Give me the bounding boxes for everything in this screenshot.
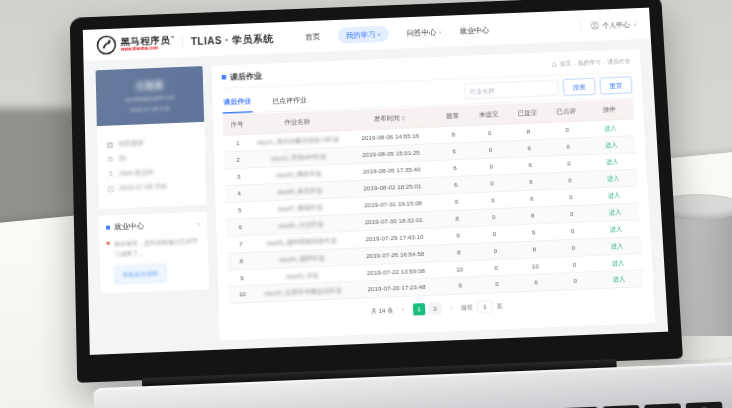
tab-reviewed-homework[interactable]: 已点评作业 [271,89,308,111]
laptop: 黑马程序员™ www.itheima.com TLIAS · 学员系统 首页 我… [70,0,687,408]
enter-link[interactable]: 进入 [611,259,624,267]
cell-not-submitted: 0 [475,241,515,259]
enter-link[interactable]: 进入 [609,208,622,215]
next-page-button[interactable]: › [445,302,458,315]
cell-not-submitted: 0 [471,157,511,175]
crumb-my-learning[interactable]: 我的学习 [578,59,601,67]
cell-action: 进入 [591,203,640,222]
cell-question-count: 8 [436,126,471,144]
cell-not-submitted: 0 [470,124,510,142]
assignment-name: day04_循环作业 [279,254,325,263]
col-reviewed: 已点评 [546,101,586,123]
enter-link[interactable]: 进入 [610,225,623,232]
cell-index: 6 [226,218,255,236]
cell-submitted: 8 [513,206,553,224]
crumb-homework: 课后作业 [607,57,630,65]
enter-link[interactable]: 进入 [608,191,621,198]
assignment-name: day03_分支 [286,271,319,279]
cell-submitted: 8 [509,123,549,141]
brand-url: www.itheima.com [121,45,175,52]
sort-icon[interactable] [401,114,405,123]
cell-reviewed: 0 [555,272,595,291]
cell-submitted: 9 [514,223,554,241]
enter-link[interactable]: 进入 [605,141,618,148]
divider [182,35,183,50]
search-input[interactable] [464,80,559,99]
col-action: 操作 [585,99,634,121]
cell-submitted: 6 [509,139,549,157]
goto-page-input[interactable] [477,301,493,314]
cell-submitted: 6 [511,173,551,191]
nav-item-home[interactable]: 首页 [305,32,320,42]
enter-link[interactable]: 进入 [611,242,624,249]
goto-unit: 页 [496,302,502,311]
assignment-name: day06_方法作业 [278,220,324,229]
cell-reviewed: 0 [553,221,593,239]
info-row-course: Java 就业班 [107,166,197,178]
main-nav: 首页 我的学习∨ 问答中心∨ 就业中心 [305,22,490,45]
info-value: Java 就业班 [119,167,154,177]
search-button[interactable]: 搜索 [563,78,596,96]
view-employment-button[interactable]: 查看就业资料 [115,264,167,284]
enter-link[interactable]: 进入 [607,175,620,182]
notice-dot [106,241,110,245]
user-menu[interactable]: 个人中心 ∨ [579,19,637,32]
user-circle-icon [590,21,599,30]
cell-reviewed: 0 [552,205,592,223]
enter-link[interactable]: 进入 [606,158,619,165]
building-icon [106,140,114,148]
info-value: 36 [118,155,125,163]
cell-question-count: 6 [438,159,473,177]
cell-question-count: 10 [442,260,477,278]
goto-label: 前往 [461,303,473,312]
notice-text: 期末将至，是时候检验自己的学习成果了。 [114,235,201,259]
assignment-name: day07_数组作业 [277,203,323,212]
reset-button[interactable]: 重置 [600,76,633,94]
cell-index: 1 [223,134,251,152]
profile-card: 王某某 JavaEE就业班学习中 2019-07-08 开班 [96,66,205,126]
brand[interactable]: 黑马程序员™ www.itheima.com [96,32,175,56]
info-value: 2019-07-08 开班 [119,182,167,193]
nav-item-job-center[interactable]: 就业中心 [459,25,489,35]
sidebar: 王某某 JavaEE就业班学习中 2019-07-08 开班 传智播客 [96,66,211,345]
cell-action: 进入 [586,119,635,138]
nav-item-qa-center[interactable]: 问答中心∨ [406,27,442,38]
cell-action: 进入 [587,136,636,155]
cell-index: 7 [227,235,256,253]
power-key: ⏻ [686,402,723,408]
cell-submitted: 6 [516,274,556,293]
profile-line-1: JavaEE就业班学习中 [103,93,196,104]
page-button-1[interactable]: 1 [413,303,426,316]
enter-link[interactable]: 进入 [604,124,617,131]
tab-homework[interactable]: 课后作业 [222,91,252,114]
crumb-home[interactable]: 首页 [560,60,572,68]
cell-action: 进入 [592,219,641,238]
prev-page-button[interactable]: ‹ [397,304,410,317]
cell-submitted: 10 [515,257,555,276]
brand-text: 黑马程序员™ www.itheima.com [121,35,175,52]
cell-reviewed: 0 [548,138,588,156]
home-icon [551,61,557,67]
user-icon [107,170,115,178]
cell-not-submitted: 0 [473,191,513,209]
cell-reviewed: 0 [551,188,591,206]
employment-header[interactable]: 就业中心 › [106,219,200,232]
user-menu-label: 个人中心 [602,20,630,30]
cell-index: 10 [228,286,257,304]
section-bullet [222,75,227,80]
tlias-app: 黑马程序员™ www.itheima.com TLIAS · 学员系统 首页 我… [83,8,668,355]
assignment-name: day11_面向对象综合练习作业 [257,135,339,145]
cell-action: 进入 [590,186,639,205]
page-button-2[interactable]: 2 [429,303,442,316]
brand-logo-icon [96,34,117,55]
cell-reviewed: 0 [553,238,593,256]
cell-reviewed: 0 [550,171,590,189]
cell-submitted: 6 [512,189,552,207]
info-row-class: 36 [106,152,196,163]
enter-link[interactable]: 进入 [612,276,625,284]
section-bullet [106,225,110,229]
assignment-name: day09_继承作业 [276,170,322,179]
info-value: 传智播客 [118,139,144,149]
brand-name: 黑马程序员 [121,34,171,46]
nav-item-my-learning[interactable]: 我的学习∨ [338,26,390,44]
